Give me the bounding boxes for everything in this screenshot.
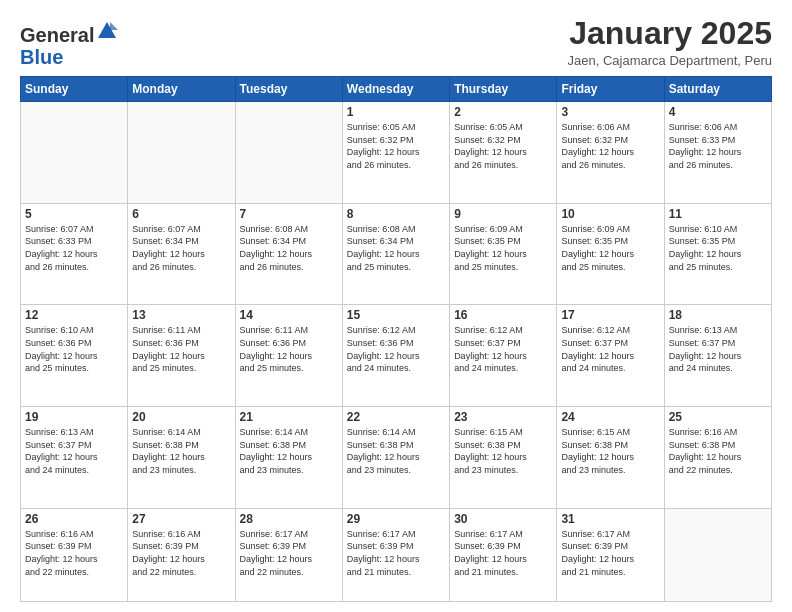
day-info: Sunrise: 6:15 AM Sunset: 6:38 PM Dayligh… [454,426,552,476]
calendar-header: SundayMondayTuesdayWednesdayThursdayFrid… [21,77,772,102]
day-info: Sunrise: 6:08 AM Sunset: 6:34 PM Dayligh… [347,223,445,273]
day-info: Sunrise: 6:10 AM Sunset: 6:35 PM Dayligh… [669,223,767,273]
day-number: 25 [669,410,767,424]
day-info: Sunrise: 6:17 AM Sunset: 6:39 PM Dayligh… [454,528,552,578]
weekday-header: Tuesday [235,77,342,102]
calendar-cell: 17Sunrise: 6:12 AM Sunset: 6:37 PM Dayli… [557,305,664,407]
day-number: 3 [561,105,659,119]
weekday-header: Thursday [450,77,557,102]
svg-marker-1 [110,22,118,30]
calendar-cell: 21Sunrise: 6:14 AM Sunset: 6:38 PM Dayli… [235,407,342,509]
calendar-cell: 24Sunrise: 6:15 AM Sunset: 6:38 PM Dayli… [557,407,664,509]
day-number: 26 [25,512,123,526]
calendar-cell [21,102,128,204]
day-info: Sunrise: 6:08 AM Sunset: 6:34 PM Dayligh… [240,223,338,273]
calendar-cell [235,102,342,204]
day-info: Sunrise: 6:16 AM Sunset: 6:39 PM Dayligh… [132,528,230,578]
calendar-cell: 9Sunrise: 6:09 AM Sunset: 6:35 PM Daylig… [450,203,557,305]
calendar-cell: 14Sunrise: 6:11 AM Sunset: 6:36 PM Dayli… [235,305,342,407]
calendar-week-row: 26Sunrise: 6:16 AM Sunset: 6:39 PM Dayli… [21,508,772,601]
day-info: Sunrise: 6:05 AM Sunset: 6:32 PM Dayligh… [454,121,552,171]
day-info: Sunrise: 6:14 AM Sunset: 6:38 PM Dayligh… [132,426,230,476]
day-number: 15 [347,308,445,322]
weekday-header: Saturday [664,77,771,102]
calendar-cell: 11Sunrise: 6:10 AM Sunset: 6:35 PM Dayli… [664,203,771,305]
day-number: 5 [25,207,123,221]
day-info: Sunrise: 6:09 AM Sunset: 6:35 PM Dayligh… [561,223,659,273]
day-info: Sunrise: 6:13 AM Sunset: 6:37 PM Dayligh… [25,426,123,476]
day-info: Sunrise: 6:14 AM Sunset: 6:38 PM Dayligh… [347,426,445,476]
day-number: 13 [132,308,230,322]
day-number: 1 [347,105,445,119]
day-info: Sunrise: 6:12 AM Sunset: 6:37 PM Dayligh… [561,324,659,374]
day-number: 23 [454,410,552,424]
day-number: 24 [561,410,659,424]
day-info: Sunrise: 6:13 AM Sunset: 6:37 PM Dayligh… [669,324,767,374]
title-block: January 2025 Jaen, Cajamarca Department,… [568,16,772,68]
weekday-header: Monday [128,77,235,102]
day-number: 22 [347,410,445,424]
day-number: 7 [240,207,338,221]
calendar-cell [128,102,235,204]
logo-blue: Blue [20,46,63,68]
day-info: Sunrise: 6:16 AM Sunset: 6:38 PM Dayligh… [669,426,767,476]
day-info: Sunrise: 6:06 AM Sunset: 6:33 PM Dayligh… [669,121,767,171]
day-number: 28 [240,512,338,526]
calendar-cell: 5Sunrise: 6:07 AM Sunset: 6:33 PM Daylig… [21,203,128,305]
day-info: Sunrise: 6:17 AM Sunset: 6:39 PM Dayligh… [240,528,338,578]
weekday-header: Wednesday [342,77,449,102]
day-number: 6 [132,207,230,221]
page: General Blue January 2025 Jaen, Cajamarc… [0,0,792,612]
day-number: 4 [669,105,767,119]
day-number: 2 [454,105,552,119]
weekday-header: Sunday [21,77,128,102]
calendar-cell: 18Sunrise: 6:13 AM Sunset: 6:37 PM Dayli… [664,305,771,407]
calendar-cell: 26Sunrise: 6:16 AM Sunset: 6:39 PM Dayli… [21,508,128,601]
day-number: 8 [347,207,445,221]
day-number: 9 [454,207,552,221]
calendar-cell: 1Sunrise: 6:05 AM Sunset: 6:32 PM Daylig… [342,102,449,204]
calendar-cell: 7Sunrise: 6:08 AM Sunset: 6:34 PM Daylig… [235,203,342,305]
subtitle: Jaen, Cajamarca Department, Peru [568,53,772,68]
weekday-header: Friday [557,77,664,102]
day-info: Sunrise: 6:07 AM Sunset: 6:34 PM Dayligh… [132,223,230,273]
day-number: 18 [669,308,767,322]
calendar-cell: 6Sunrise: 6:07 AM Sunset: 6:34 PM Daylig… [128,203,235,305]
calendar-week-row: 19Sunrise: 6:13 AM Sunset: 6:37 PM Dayli… [21,407,772,509]
header: General Blue January 2025 Jaen, Cajamarc… [20,16,772,68]
logo-general: General [20,24,94,46]
weekday-row: SundayMondayTuesdayWednesdayThursdayFrid… [21,77,772,102]
day-info: Sunrise: 6:05 AM Sunset: 6:32 PM Dayligh… [347,121,445,171]
calendar-cell: 31Sunrise: 6:17 AM Sunset: 6:39 PM Dayli… [557,508,664,601]
calendar-cell: 8Sunrise: 6:08 AM Sunset: 6:34 PM Daylig… [342,203,449,305]
day-info: Sunrise: 6:11 AM Sunset: 6:36 PM Dayligh… [240,324,338,374]
calendar-week-row: 5Sunrise: 6:07 AM Sunset: 6:33 PM Daylig… [21,203,772,305]
calendar-cell: 4Sunrise: 6:06 AM Sunset: 6:33 PM Daylig… [664,102,771,204]
day-number: 31 [561,512,659,526]
day-info: Sunrise: 6:12 AM Sunset: 6:37 PM Dayligh… [454,324,552,374]
logo: General Blue [20,20,118,68]
calendar-cell: 10Sunrise: 6:09 AM Sunset: 6:35 PM Dayli… [557,203,664,305]
calendar-week-row: 1Sunrise: 6:05 AM Sunset: 6:32 PM Daylig… [21,102,772,204]
day-number: 29 [347,512,445,526]
day-number: 16 [454,308,552,322]
logo-icon [96,20,118,42]
day-info: Sunrise: 6:16 AM Sunset: 6:39 PM Dayligh… [25,528,123,578]
day-info: Sunrise: 6:14 AM Sunset: 6:38 PM Dayligh… [240,426,338,476]
calendar-cell: 20Sunrise: 6:14 AM Sunset: 6:38 PM Dayli… [128,407,235,509]
calendar-cell: 13Sunrise: 6:11 AM Sunset: 6:36 PM Dayli… [128,305,235,407]
calendar-cell: 15Sunrise: 6:12 AM Sunset: 6:36 PM Dayli… [342,305,449,407]
day-number: 30 [454,512,552,526]
day-info: Sunrise: 6:17 AM Sunset: 6:39 PM Dayligh… [347,528,445,578]
calendar-cell: 30Sunrise: 6:17 AM Sunset: 6:39 PM Dayli… [450,508,557,601]
day-info: Sunrise: 6:12 AM Sunset: 6:36 PM Dayligh… [347,324,445,374]
day-number: 19 [25,410,123,424]
calendar-cell: 23Sunrise: 6:15 AM Sunset: 6:38 PM Dayli… [450,407,557,509]
calendar-cell [664,508,771,601]
calendar-week-row: 12Sunrise: 6:10 AM Sunset: 6:36 PM Dayli… [21,305,772,407]
day-number: 10 [561,207,659,221]
day-number: 20 [132,410,230,424]
day-info: Sunrise: 6:17 AM Sunset: 6:39 PM Dayligh… [561,528,659,578]
day-number: 21 [240,410,338,424]
day-number: 14 [240,308,338,322]
